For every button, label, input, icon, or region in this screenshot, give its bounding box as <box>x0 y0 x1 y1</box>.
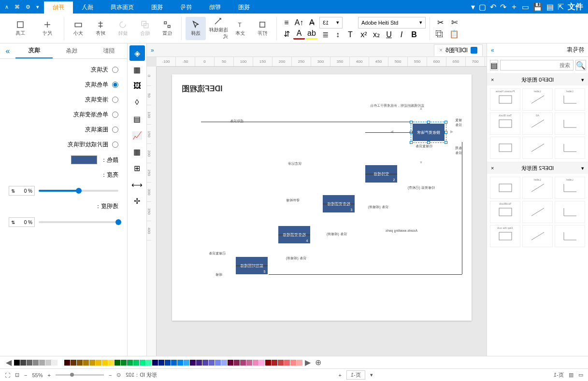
select-button[interactable]: 选择 <box>186 17 206 40</box>
color-swatch-25[interactable] <box>171 360 177 366</box>
color-swatch-11[interactable] <box>83 360 89 366</box>
layers-icon[interactable]: ◊ <box>129 95 145 110</box>
superscript-icon[interactable]: x² <box>358 29 370 40</box>
menu-tab-1[interactable]: 插入 <box>73 1 102 14</box>
shape-0-4[interactable]: A0 <box>522 113 553 135</box>
align-center-icon[interactable]: ≣ <box>319 29 331 40</box>
color-swatch-37[interactable] <box>246 360 252 366</box>
fit-icon[interactable]: ⊡ <box>15 372 19 378</box>
color-swatch-23[interactable] <box>158 360 164 366</box>
fill-option-4[interactable]: 图案填充 <box>9 126 118 134</box>
vertical-text-icon[interactable]: ↕ <box>332 29 344 40</box>
color-swatch-18[interactable] <box>127 360 133 366</box>
canvas[interactable]: IDEF流程图 监控视频的证明，并批准用于工作台 ▲ ▶ ◀ ▼ 接收资产请求安… <box>157 67 487 356</box>
selection-box[interactable] <box>411 122 446 143</box>
shadow-tab[interactable]: 阴影 <box>90 43 127 58</box>
nav-left-icon[interactable]: ◀ <box>390 129 398 137</box>
collapse-panel-icon[interactable]: « <box>0 43 15 58</box>
chevron-icon[interactable]: ▾ <box>471 2 475 12</box>
shape-1-4[interactable] <box>522 201 553 223</box>
shape-0-3[interactable]: Text Block <box>490 113 520 135</box>
section-header-0[interactable]: ×IDEF0 图形状▾ <box>487 74 588 85</box>
nav-right-icon[interactable]: ▶ <box>450 129 458 137</box>
font-size-up-icon[interactable]: A↑ <box>293 17 305 28</box>
shape-1-1[interactable]: Label <box>522 177 553 199</box>
page-tab[interactable]: 页-1 <box>346 370 365 380</box>
color-swatch-42[interactable] <box>278 360 284 366</box>
color-swatch-14[interactable] <box>102 360 108 366</box>
color-swatch-27[interactable] <box>184 360 189 366</box>
color-swatch-6[interactable] <box>52 360 57 366</box>
position-button[interactable]: 位置 <box>157 17 177 40</box>
color-swatch-15[interactable] <box>108 360 114 366</box>
color-swatch-0[interactable] <box>14 360 20 366</box>
shape-1-3[interactable]: TextBlock <box>490 201 520 223</box>
align-left-icon[interactable]: ≡ <box>281 17 292 28</box>
font-size-input[interactable]: 13▾ <box>319 17 343 28</box>
color-swatch-40[interactable] <box>265 360 271 366</box>
color-swatch-36[interactable] <box>240 360 246 366</box>
connector-button[interactable]: 连接线样式 <box>208 17 228 40</box>
color-swatch-3[interactable] <box>33 360 39 366</box>
outline-icon[interactable]: ▭ <box>578 372 583 378</box>
color-picker-icon[interactable]: ⊕ <box>313 358 323 367</box>
section-header-1[interactable]: ×IDEF2 图形状▾ <box>487 162 588 174</box>
color-swatch-34[interactable] <box>228 360 233 366</box>
color-swatch-41[interactable] <box>272 360 277 366</box>
format-painter-icon[interactable]: ✂ <box>434 17 446 28</box>
file-icon[interactable]: 文件 <box>568 2 583 12</box>
menu-tab-4[interactable]: 符号 <box>172 1 201 14</box>
subscript-icon[interactable]: x₂ <box>371 29 382 40</box>
view-mode-icon[interactable]: ▥ <box>569 372 574 378</box>
color-swatch-32[interactable] <box>215 360 221 366</box>
opacity-spin[interactable]: ⇅0 % <box>9 217 35 227</box>
rotate-button[interactable]: 旋转 <box>113 17 133 40</box>
minimize-icon[interactable]: ∧ <box>5 4 9 10</box>
expand-tabs-icon[interactable]: » <box>151 47 154 54</box>
menu-tab-0[interactable]: 开始 <box>44 1 73 14</box>
color-swatch-38[interactable] <box>253 360 258 366</box>
zoom-minus-icon[interactable]: − <box>109 372 112 378</box>
undo-icon[interactable]: ↶ <box>490 2 496 12</box>
shape-0-6[interactable] <box>490 137 520 159</box>
color-swatch-31[interactable] <box>209 360 215 366</box>
library-menu-icon[interactable]: ▤ <box>490 60 498 71</box>
color-swatch-44[interactable] <box>290 360 296 366</box>
new-icon[interactable]: ＋ <box>510 2 518 12</box>
underline-icon[interactable]: U <box>383 29 395 40</box>
shape-1-6[interactable]: Dep the sub <box>490 225 520 247</box>
brightness-slider[interactable] <box>39 190 118 192</box>
export-icon[interactable]: ⇱ <box>558 2 564 12</box>
line-tab[interactable]: 线条 <box>53 43 90 58</box>
fill-option-0[interactable]: 无填充 <box>9 66 118 74</box>
color-next-icon[interactable]: ▶ <box>303 358 313 367</box>
color-swatch-24[interactable] <box>165 360 171 366</box>
table-icon[interactable]: ▦ <box>129 144 145 159</box>
image-icon[interactable]: 🖼 <box>129 78 145 94</box>
print-icon[interactable]: ▤ <box>546 2 554 12</box>
page[interactable]: IDEF流程图 监控视频的证明，并批准用于工作台 ▲ ▶ ◀ ▼ 接收资产请求安… <box>172 74 472 321</box>
italic-icon[interactable]: I <box>396 29 407 40</box>
shape-1-5[interactable] <box>555 201 585 223</box>
close-tab-icon[interactable]: × <box>439 47 443 54</box>
color-swatch-16[interactable] <box>115 360 120 366</box>
dropdown-icon[interactable]: ▾ <box>36 4 39 10</box>
color-swatch-13[interactable] <box>96 360 101 366</box>
barcode-icon[interactable]: ⊞ <box>129 160 145 176</box>
notes-icon[interactable]: ▤ <box>129 111 145 127</box>
shape-0-5[interactable] <box>555 113 585 135</box>
resize-button[interactable]: 尺寸 <box>35 17 60 40</box>
color-swatch-2[interactable] <box>27 360 32 366</box>
menu-tab-3[interactable]: 视图 <box>143 1 172 14</box>
color-swatch-19[interactable] <box>133 360 139 366</box>
redo-icon[interactable]: ↷ <box>500 2 506 12</box>
apps-icon[interactable]: ⌘ <box>14 4 20 10</box>
textbox-icon[interactable]: T <box>344 29 356 40</box>
color-swatch-9[interactable] <box>71 360 76 366</box>
color-swatch-4[interactable] <box>39 360 45 366</box>
ruler-icon[interactable]: ⟷ <box>129 177 145 192</box>
highlight-icon[interactable]: ab <box>306 29 317 40</box>
cut-icon[interactable]: ✄ <box>448 17 460 28</box>
color-swatch-29[interactable] <box>196 360 202 366</box>
color-swatch-1[interactable] <box>20 360 26 366</box>
